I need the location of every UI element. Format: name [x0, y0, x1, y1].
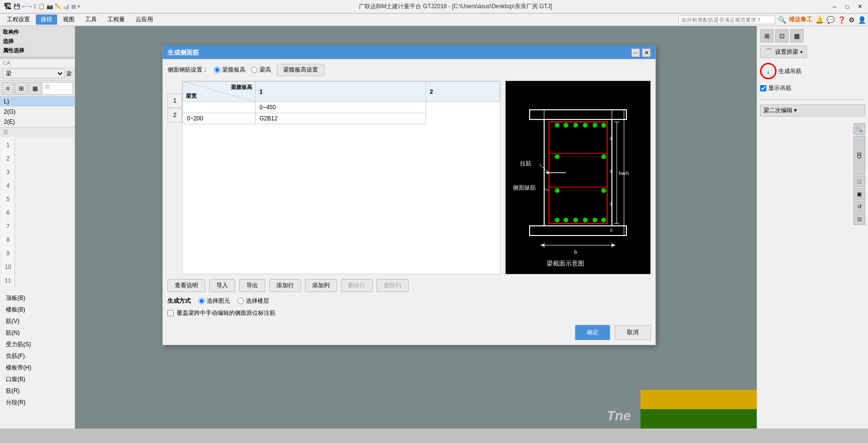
- side-icon-1[interactable]: 🔍: [853, 123, 865, 135]
- list-item-2G[interactable]: 2(G): [0, 107, 75, 117]
- gen-option-element[interactable]: 选择图元: [198, 297, 230, 305]
- modal-dialog: 生成侧面筋 ─ ✕ 侧面钢筋设置： 梁腹板高: [162, 45, 656, 345]
- bell-icon[interactable]: 🔔: [815, 16, 823, 24]
- svg-point-14: [593, 123, 597, 128]
- menu-gongcheng[interactable]: 工程设置: [2, 15, 35, 25]
- set-arch-btn[interactable]: ⌒ 设置拱梁 ▾: [760, 45, 807, 58]
- side-icon-5[interactable]: ↺: [853, 201, 865, 212]
- search-input[interactable]: [678, 15, 775, 24]
- show-hook-checkbox[interactable]: [760, 85, 766, 91]
- maximize-btn[interactable]: □: [843, 2, 852, 11]
- svg-point-10: [555, 123, 560, 128]
- side-icon-6[interactable]: ⊡: [853, 213, 865, 225]
- list-item-N[interactable]: 筋(N): [2, 327, 73, 339]
- list-item-V[interactable]: 筋(V): [2, 316, 73, 327]
- radio-fubangao-input[interactable]: [214, 67, 220, 73]
- fubangao-settings-btn[interactable]: 梁腹板高设置: [277, 64, 324, 76]
- menu-shitu[interactable]: 视图: [58, 15, 79, 25]
- radio-fubangao[interactable]: 梁腹板高: [214, 66, 245, 74]
- gen-mode-label: 生成方式: [168, 297, 191, 305]
- table-header-col0: 梁腹板高 梁宽: [183, 82, 256, 102]
- list-view-btn[interactable]: ≡: [1, 82, 14, 95]
- bottom-color-area: [640, 390, 757, 428]
- menu-jianmo[interactable]: 建模: [36, 15, 57, 25]
- tool-icon-3[interactable]: ▦: [790, 29, 804, 43]
- list-item-S[interactable]: 受力筋(S): [2, 339, 73, 351]
- svg-point-25: [601, 218, 606, 222]
- gen-hook-label: 生成吊筋: [778, 67, 802, 75]
- view-desc-btn[interactable]: 查看说明: [168, 279, 205, 292]
- action-get-component[interactable]: 取构件: [3, 28, 72, 37]
- grid-view-btn[interactable]: ⊞: [15, 82, 28, 95]
- gen-option-element-input[interactable]: [198, 298, 205, 304]
- add-row-btn[interactable]: 添加行: [269, 279, 301, 292]
- action-buttons-row: 查看说明 导入 导出 添加行 添加列 删除行 删除列: [168, 279, 651, 292]
- liang-edit-dropdown[interactable]: 梁二次编辑 ▾: [760, 104, 865, 117]
- list-item-L[interactable]: L): [0, 97, 75, 107]
- del-row-btn[interactable]: 删除行: [341, 279, 373, 292]
- search-sidebar[interactable]: 搜: [42, 82, 73, 95]
- tool-icon-1[interactable]: ⊞: [760, 29, 774, 43]
- radio-lianggao[interactable]: 梁高: [251, 66, 271, 74]
- list-item-Bv[interactable]: 口腹(B): [2, 374, 73, 385]
- chat-icon[interactable]: 💬: [826, 16, 835, 24]
- minimize-btn[interactable]: ─: [830, 2, 839, 11]
- modal-minimize-btn[interactable]: ─: [631, 48, 640, 57]
- radio-lianggao-input[interactable]: [251, 67, 258, 73]
- svg-point-17: [601, 154, 606, 159]
- list-item-B1[interactable]: 顶板(B): [2, 293, 73, 304]
- search-icon[interactable]: 🔍: [778, 16, 786, 24]
- tool-icon-2[interactable]: ⊡: [775, 29, 789, 43]
- component-list: L) 2(G) 2(E): [0, 97, 75, 127]
- list-item-H[interactable]: 楼板带(H): [2, 362, 73, 374]
- del-col-btn[interactable]: 删除列: [377, 279, 409, 292]
- side-icon-4[interactable]: ▣: [853, 188, 865, 200]
- list-item-2E[interactable]: 2(E): [0, 117, 75, 127]
- side-icon-3[interactable]: □: [853, 176, 865, 187]
- import-btn[interactable]: 导入: [209, 279, 235, 292]
- table-view-btn[interactable]: ▦: [29, 82, 41, 95]
- cover-checkbox[interactable]: [168, 310, 174, 316]
- menu-yunyingyong[interactable]: 云应用: [131, 15, 158, 25]
- list-item-R2[interactable]: 分段(R): [2, 397, 73, 409]
- sidebar-dropdown-beam[interactable]: 梁 梁: [0, 67, 75, 81]
- table-cell-2-1[interactable]: G2B12: [256, 113, 426, 124]
- modal-close-btn[interactable]: ✕: [642, 48, 651, 57]
- menu-bar: 工程设置 建模 视图 工具 工程量 云应用 🔍 维达鲁工 🔔 💬 ❓ ⚙ 👤: [0, 14, 868, 26]
- user-icon[interactable]: 👤: [858, 16, 866, 24]
- row-3: 3: [1, 165, 15, 179]
- show-hook-label: 显示吊筋: [768, 84, 792, 92]
- row-4: 4: [1, 179, 15, 192]
- list-item-B2[interactable]: 楼板(B): [2, 304, 73, 316]
- settings-icon[interactable]: ⚙: [849, 16, 855, 24]
- dropdown-label2: 梁: [66, 70, 72, 77]
- row-8: 8: [1, 233, 15, 247]
- gen-hook-btn[interactable]: ↓: [763, 66, 774, 76]
- action-property-select[interactable]: 属性选择: [3, 46, 72, 55]
- set-arch-label: 设置拱梁: [775, 48, 798, 56]
- svg-point-19: [601, 188, 606, 193]
- menu-gongliang[interactable]: 工程量: [103, 15, 130, 25]
- action-select[interactable]: 选择: [3, 37, 72, 46]
- add-col-btn[interactable]: 添加列: [305, 279, 337, 292]
- export-btn[interactable]: 导出: [239, 279, 265, 292]
- side-icon-2[interactable]: 3D: [853, 136, 865, 175]
- settings-row: 侧面钢筋设置： 梁腹板高 梁高 梁腹板高设置: [168, 64, 651, 76]
- gen-option-floor[interactable]: 选择楼层: [238, 297, 269, 305]
- help-icon[interactable]: ❓: [838, 16, 846, 24]
- confirm-btn[interactable]: 确定: [575, 325, 610, 340]
- modal-body: 侧面钢筋设置： 梁腹板高 梁高 梁腹板高设置: [163, 59, 655, 345]
- cancel-btn[interactable]: 取消: [615, 325, 651, 340]
- gen-option-floor-input[interactable]: [238, 298, 244, 304]
- table-section: 1 2: [168, 81, 501, 274]
- table-cell-1-1[interactable]: 0~450: [256, 102, 426, 113]
- table-cell-1-0[interactable]: [183, 102, 256, 113]
- list-item-R1[interactable]: 筋(R): [2, 385, 73, 397]
- menu-gongju[interactable]: 工具: [80, 15, 102, 25]
- modal-title: 生成侧面筋: [168, 48, 199, 57]
- svg-text:a: a: [610, 168, 613, 174]
- close-btn[interactable]: ✕: [855, 2, 864, 11]
- list-item-F[interactable]: 负筋(F): [2, 351, 73, 362]
- beam-type-select[interactable]: 梁: [3, 69, 64, 78]
- table-cell-2-0[interactable]: 0~200: [183, 113, 256, 124]
